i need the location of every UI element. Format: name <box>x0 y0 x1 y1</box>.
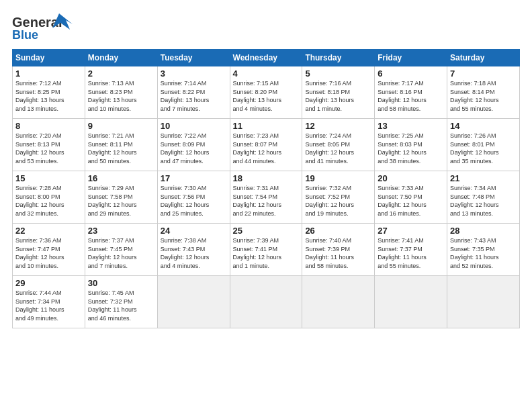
calendar-cell <box>230 276 302 328</box>
weekday-header-row: SundayMondayTuesdayWednesdayThursdayFrid… <box>13 50 520 66</box>
calendar-cell: 6Sunrise: 7:17 AM Sunset: 8:16 PM Daylig… <box>375 66 447 119</box>
day-number: 18 <box>233 173 300 183</box>
day-info: Sunrise: 7:31 AM Sunset: 7:54 PM Dayligh… <box>233 184 300 218</box>
day-number: 19 <box>305 173 371 183</box>
day-number: 8 <box>15 121 82 131</box>
calendar-cell: 20Sunrise: 7:33 AM Sunset: 7:50 PM Dayli… <box>375 171 447 224</box>
day-number: 17 <box>161 173 227 183</box>
svg-text:Blue: Blue <box>12 28 38 42</box>
day-number: 6 <box>378 68 444 79</box>
day-number: 5 <box>305 68 371 79</box>
day-info: Sunrise: 7:30 AM Sunset: 7:56 PM Dayligh… <box>161 184 227 218</box>
calendar-cell: 28Sunrise: 7:43 AM Sunset: 7:35 PM Dayli… <box>447 224 520 276</box>
day-number: 1 <box>15 68 82 79</box>
calendar-cell: 3Sunrise: 7:14 AM Sunset: 8:22 PM Daylig… <box>157 66 230 119</box>
week-row-5: 29Sunrise: 7:44 AM Sunset: 7:34 PM Dayli… <box>13 276 520 328</box>
calendar-cell: 29Sunrise: 7:44 AM Sunset: 7:34 PM Dayli… <box>13 276 85 328</box>
day-info: Sunrise: 7:26 AM Sunset: 8:01 PM Dayligh… <box>450 132 517 165</box>
day-number: 15 <box>15 173 82 183</box>
logo: GeneralBlue <box>12 12 73 42</box>
calendar-cell: 1Sunrise: 7:12 AM Sunset: 8:25 PM Daylig… <box>13 66 85 119</box>
day-info: Sunrise: 7:24 AM Sunset: 8:05 PM Dayligh… <box>305 132 371 165</box>
day-number: 11 <box>233 121 300 131</box>
day-info: Sunrise: 7:22 AM Sunset: 8:09 PM Dayligh… <box>161 132 227 165</box>
calendar-cell <box>302 276 375 328</box>
day-info: Sunrise: 7:38 AM Sunset: 7:43 PM Dayligh… <box>161 236 227 270</box>
calendar-cell: 24Sunrise: 7:38 AM Sunset: 7:43 PM Dayli… <box>157 224 230 276</box>
calendar-cell: 4Sunrise: 7:15 AM Sunset: 8:20 PM Daylig… <box>230 66 302 119</box>
day-info: Sunrise: 7:14 AM Sunset: 8:22 PM Dayligh… <box>161 79 227 113</box>
calendar-cell <box>447 276 520 328</box>
day-info: Sunrise: 7:45 AM Sunset: 7:32 PM Dayligh… <box>88 289 154 322</box>
day-info: Sunrise: 7:13 AM Sunset: 8:23 PM Dayligh… <box>88 79 154 113</box>
day-info: Sunrise: 7:37 AM Sunset: 7:45 PM Dayligh… <box>88 236 154 270</box>
day-info: Sunrise: 7:21 AM Sunset: 8:11 PM Dayligh… <box>88 132 154 165</box>
calendar-cell <box>375 276 447 328</box>
day-info: Sunrise: 7:33 AM Sunset: 7:50 PM Dayligh… <box>378 184 444 218</box>
day-info: Sunrise: 7:34 AM Sunset: 7:48 PM Dayligh… <box>450 184 517 218</box>
day-number: 9 <box>88 121 154 131</box>
calendar-cell: 22Sunrise: 7:36 AM Sunset: 7:47 PM Dayli… <box>13 224 85 276</box>
day-number: 21 <box>450 173 517 183</box>
day-info: Sunrise: 7:17 AM Sunset: 8:16 PM Dayligh… <box>378 79 444 113</box>
day-info: Sunrise: 7:16 AM Sunset: 8:18 PM Dayligh… <box>305 79 371 113</box>
day-number: 12 <box>305 121 371 131</box>
weekday-header-tuesday: Tuesday <box>157 50 230 66</box>
day-number: 27 <box>378 226 444 236</box>
calendar-cell: 25Sunrise: 7:39 AM Sunset: 7:41 PM Dayli… <box>230 224 302 276</box>
day-info: Sunrise: 7:43 AM Sunset: 7:35 PM Dayligh… <box>450 236 517 270</box>
header: GeneralBlue <box>12 12 520 42</box>
calendar-table: SundayMondayTuesdayWednesdayThursdayFrid… <box>12 49 520 328</box>
calendar-cell: 15Sunrise: 7:28 AM Sunset: 8:00 PM Dayli… <box>13 171 85 224</box>
calendar-cell: 7Sunrise: 7:18 AM Sunset: 8:14 PM Daylig… <box>447 66 520 119</box>
day-number: 22 <box>15 226 82 236</box>
weekday-header-sunday: Sunday <box>13 50 85 66</box>
calendar-cell: 10Sunrise: 7:22 AM Sunset: 8:09 PM Dayli… <box>157 119 230 171</box>
calendar-cell: 18Sunrise: 7:31 AM Sunset: 7:54 PM Dayli… <box>230 171 302 224</box>
page: GeneralBlue SundayMondayTuesdayWednesday… <box>0 0 532 411</box>
week-row-3: 15Sunrise: 7:28 AM Sunset: 8:00 PM Dayli… <box>13 171 520 224</box>
day-number: 3 <box>161 68 227 79</box>
day-info: Sunrise: 7:29 AM Sunset: 7:58 PM Dayligh… <box>88 184 154 218</box>
week-row-2: 8Sunrise: 7:20 AM Sunset: 8:13 PM Daylig… <box>13 119 520 171</box>
day-info: Sunrise: 7:39 AM Sunset: 7:41 PM Dayligh… <box>233 236 300 270</box>
calendar-cell: 12Sunrise: 7:24 AM Sunset: 8:05 PM Dayli… <box>302 119 375 171</box>
calendar-cell: 17Sunrise: 7:30 AM Sunset: 7:56 PM Dayli… <box>157 171 230 224</box>
calendar-cell: 2Sunrise: 7:13 AM Sunset: 8:23 PM Daylig… <box>85 66 157 119</box>
day-info: Sunrise: 7:40 AM Sunset: 7:39 PM Dayligh… <box>305 236 371 270</box>
day-number: 23 <box>88 226 154 236</box>
calendar-cell: 11Sunrise: 7:23 AM Sunset: 8:07 PM Dayli… <box>230 119 302 171</box>
day-info: Sunrise: 7:18 AM Sunset: 8:14 PM Dayligh… <box>450 79 517 113</box>
calendar-cell: 13Sunrise: 7:25 AM Sunset: 8:03 PM Dayli… <box>375 119 447 171</box>
day-number: 10 <box>161 121 227 131</box>
calendar-cell: 16Sunrise: 7:29 AM Sunset: 7:58 PM Dayli… <box>85 171 157 224</box>
day-info: Sunrise: 7:41 AM Sunset: 7:37 PM Dayligh… <box>378 236 444 270</box>
weekday-header-saturday: Saturday <box>447 50 520 66</box>
day-info: Sunrise: 7:15 AM Sunset: 8:20 PM Dayligh… <box>233 79 300 113</box>
day-number: 2 <box>88 68 154 79</box>
day-number: 14 <box>450 121 517 131</box>
day-info: Sunrise: 7:23 AM Sunset: 8:07 PM Dayligh… <box>233 132 300 165</box>
day-number: 24 <box>161 226 227 236</box>
weekday-header-friday: Friday <box>375 50 447 66</box>
day-number: 7 <box>450 68 517 79</box>
day-info: Sunrise: 7:12 AM Sunset: 8:25 PM Dayligh… <box>15 79 82 113</box>
day-number: 20 <box>378 173 444 183</box>
day-info: Sunrise: 7:20 AM Sunset: 8:13 PM Dayligh… <box>15 132 82 165</box>
day-number: 25 <box>233 226 300 236</box>
weekday-header-wednesday: Wednesday <box>230 50 302 66</box>
calendar-cell: 9Sunrise: 7:21 AM Sunset: 8:11 PM Daylig… <box>85 119 157 171</box>
logo-svg: GeneralBlue <box>12 12 73 42</box>
calendar-cell: 19Sunrise: 7:32 AM Sunset: 7:52 PM Dayli… <box>302 171 375 224</box>
day-number: 29 <box>15 278 82 288</box>
calendar-cell: 14Sunrise: 7:26 AM Sunset: 8:01 PM Dayli… <box>447 119 520 171</box>
calendar-cell: 5Sunrise: 7:16 AM Sunset: 8:18 PM Daylig… <box>302 66 375 119</box>
day-number: 16 <box>88 173 154 183</box>
day-info: Sunrise: 7:25 AM Sunset: 8:03 PM Dayligh… <box>378 132 444 165</box>
calendar-cell: 30Sunrise: 7:45 AM Sunset: 7:32 PM Dayli… <box>85 276 157 328</box>
day-info: Sunrise: 7:44 AM Sunset: 7:34 PM Dayligh… <box>15 289 82 322</box>
day-number: 30 <box>88 278 154 288</box>
calendar-cell: 23Sunrise: 7:37 AM Sunset: 7:45 PM Dayli… <box>85 224 157 276</box>
calendar-cell: 27Sunrise: 7:41 AM Sunset: 7:37 PM Dayli… <box>375 224 447 276</box>
day-number: 13 <box>378 121 444 131</box>
